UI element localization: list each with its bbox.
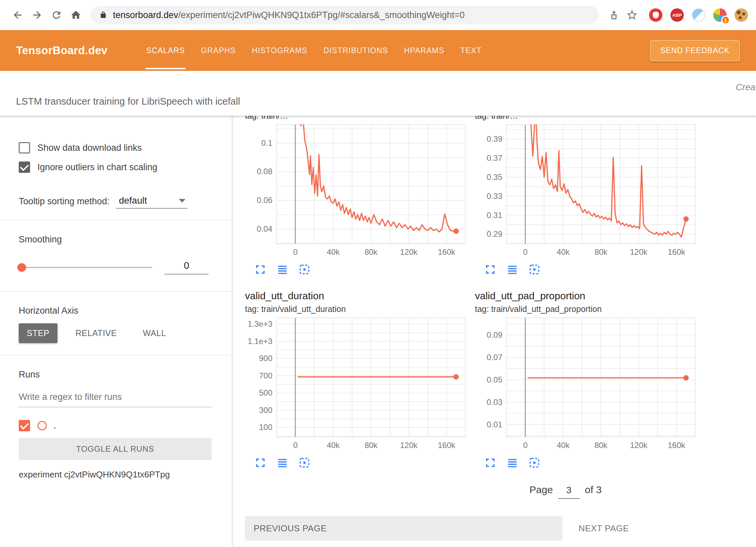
adblock-extension-icon[interactable] bbox=[649, 8, 662, 22]
line-chart[interactable] bbox=[276, 124, 466, 244]
forward-icon[interactable] bbox=[27, 5, 47, 25]
y-tick-label: 0.33 bbox=[487, 192, 502, 201]
cookie-extension-icon[interactable] bbox=[735, 8, 748, 22]
home-icon[interactable] bbox=[66, 5, 86, 25]
smoothing-value-input[interactable]: 0 bbox=[164, 260, 209, 275]
tab-graphs[interactable]: GRAPHS bbox=[193, 30, 244, 71]
page-of-label: of 3 bbox=[585, 484, 602, 496]
fit-domain-icon[interactable] bbox=[298, 456, 311, 469]
x-tick-label: 120k bbox=[630, 441, 647, 450]
smoothing-label: Smoothing bbox=[19, 234, 212, 245]
smoothing-slider-thumb[interactable] bbox=[17, 263, 26, 272]
run-checkbox[interactable] bbox=[19, 420, 30, 431]
divider bbox=[0, 355, 232, 355]
reload-icon[interactable] bbox=[47, 5, 66, 25]
x-axis-labels: 040k80k120k160k bbox=[276, 437, 466, 451]
chart-tag: tag: train/… bbox=[245, 116, 467, 122]
x-tick-label: 0 bbox=[293, 441, 297, 450]
tab-distributions[interactable]: DISTRIBUTIONS bbox=[316, 30, 396, 71]
x-tick-label: 120k bbox=[400, 247, 417, 257]
send-feedback-button[interactable]: SEND FEEDBACK bbox=[650, 40, 740, 61]
smoothing-slider[interactable] bbox=[19, 267, 152, 268]
expand-chart-icon[interactable] bbox=[254, 456, 267, 469]
expand-chart-icon[interactable] bbox=[484, 263, 497, 276]
expand-chart-icon[interactable] bbox=[484, 456, 497, 469]
x-tick-label: 160k bbox=[438, 441, 455, 450]
tab-scalars[interactable]: SCALARS bbox=[138, 30, 193, 71]
line-chart[interactable] bbox=[276, 318, 466, 437]
relative-axis-button[interactable]: RELATIVE bbox=[68, 323, 125, 343]
tooltip-sorting-dropdown[interactable]: default bbox=[116, 195, 187, 209]
y-tick-label: 0.29 bbox=[487, 229, 502, 239]
fit-domain-icon[interactable] bbox=[528, 263, 541, 276]
y-tick-label: 0.01 bbox=[487, 420, 502, 429]
page-number-input[interactable] bbox=[558, 485, 580, 499]
x-tick-label: 120k bbox=[400, 441, 417, 450]
y-tick-label: 0.08 bbox=[257, 167, 272, 176]
y-axis-labels: 0.010.030.050.070.09 bbox=[475, 318, 506, 437]
x-tick-label: 40k bbox=[327, 441, 340, 450]
expand-chart-icon[interactable] bbox=[254, 263, 267, 276]
runs-regex-input[interactable] bbox=[19, 390, 212, 407]
tooltip-sorting-value: default bbox=[119, 195, 147, 206]
experiment-title: LSTM transducer training for LibriSpeech… bbox=[16, 96, 240, 107]
divider bbox=[0, 220, 232, 220]
y-tick-label: 0.1 bbox=[261, 138, 272, 148]
y-tick-label: 0.07 bbox=[487, 353, 502, 362]
chart-card: tag: train/… 0.290.310.330.350.370.39 04… bbox=[475, 116, 697, 279]
chart-title: valid_utt_pad_proportion bbox=[475, 289, 697, 303]
run-name: . bbox=[53, 420, 56, 431]
chart-tag: tag: train/valid_utt_pad_proportion bbox=[475, 303, 697, 315]
step-axis-button[interactable]: STEP bbox=[19, 323, 57, 343]
data-table-icon[interactable] bbox=[276, 456, 289, 469]
horizontal-axis-label: Horizontal Axis bbox=[19, 306, 212, 316]
y-tick-label: 0.39 bbox=[487, 134, 502, 144]
divider bbox=[0, 291, 232, 292]
abp-extension-icon[interactable]: ABP bbox=[670, 8, 684, 22]
next-page-button[interactable]: NEXT PAGE bbox=[579, 523, 629, 534]
ignore-outliers-checkbox[interactable] bbox=[19, 161, 30, 173]
chart-tag: tag: train/valid_utt_duration bbox=[245, 303, 467, 315]
chart-card: tag: train/… 0.040.060.080.1 040k80k120k… bbox=[245, 116, 467, 279]
chart-card: valid_utt_pad_proportion tag: train/vali… bbox=[475, 289, 697, 472]
line-chart[interactable] bbox=[506, 318, 696, 437]
toggle-all-runs-button[interactable]: TOGGLE ALL RUNS bbox=[19, 438, 212, 460]
url-bar[interactable]: tensorboard.dev/experiment/cj2vtPiwQHKN9… bbox=[90, 6, 599, 24]
chevron-down-icon bbox=[179, 199, 185, 203]
tab-text[interactable]: TEXT bbox=[452, 30, 490, 71]
line-chart[interactable] bbox=[506, 124, 696, 244]
extension-icon-with-badge[interactable]: 1 bbox=[713, 8, 727, 22]
previous-page-button[interactable]: PREVIOUS PAGE bbox=[245, 516, 562, 541]
y-tick-label: 1.1e+3 bbox=[248, 337, 272, 346]
x-tick-label: 0 bbox=[293, 247, 297, 257]
run-color-circle[interactable] bbox=[37, 421, 47, 430]
y-tick-label: 0.04 bbox=[257, 224, 272, 234]
fit-domain-icon[interactable] bbox=[528, 456, 541, 469]
extension-badge: 1 bbox=[721, 16, 730, 24]
x-tick-label: 0 bbox=[523, 247, 527, 257]
data-table-icon[interactable] bbox=[276, 263, 289, 276]
y-tick-label: 0.37 bbox=[487, 153, 502, 163]
wall-axis-button[interactable]: WALL bbox=[135, 323, 174, 343]
app-header: TensorBoard.dev SCALARS GRAPHS HISTOGRAM… bbox=[0, 30, 756, 71]
data-table-icon[interactable] bbox=[506, 456, 519, 469]
x-tick-label: 160k bbox=[438, 247, 455, 257]
extension-icon[interactable] bbox=[692, 8, 705, 22]
y-tick-label: 0.09 bbox=[487, 330, 502, 340]
back-icon[interactable] bbox=[8, 5, 27, 25]
tab-histograms[interactable]: HISTOGRAMS bbox=[244, 30, 316, 71]
fit-domain-icon[interactable] bbox=[298, 263, 311, 276]
show-download-links-checkbox[interactable] bbox=[19, 142, 30, 153]
tab-hparams[interactable]: HPARAMS bbox=[396, 30, 452, 71]
url-path: /experiment/cj2vtPiwQHKN9Q1tx6PTpg/#scal… bbox=[178, 10, 465, 20]
x-tick-label: 160k bbox=[668, 441, 685, 450]
bookmark-star-icon[interactable] bbox=[623, 6, 641, 24]
settings-sidebar: Show data download links Ignore outliers… bbox=[0, 116, 232, 547]
y-tick-label: 0.06 bbox=[257, 196, 272, 205]
data-table-icon[interactable] bbox=[506, 263, 519, 276]
runs-label: Runs bbox=[19, 369, 212, 380]
page-label: Page bbox=[529, 484, 553, 496]
share-icon[interactable] bbox=[605, 6, 623, 24]
y-tick-label: 100 bbox=[259, 423, 272, 432]
y-tick-label: 1.3e+3 bbox=[248, 319, 272, 329]
